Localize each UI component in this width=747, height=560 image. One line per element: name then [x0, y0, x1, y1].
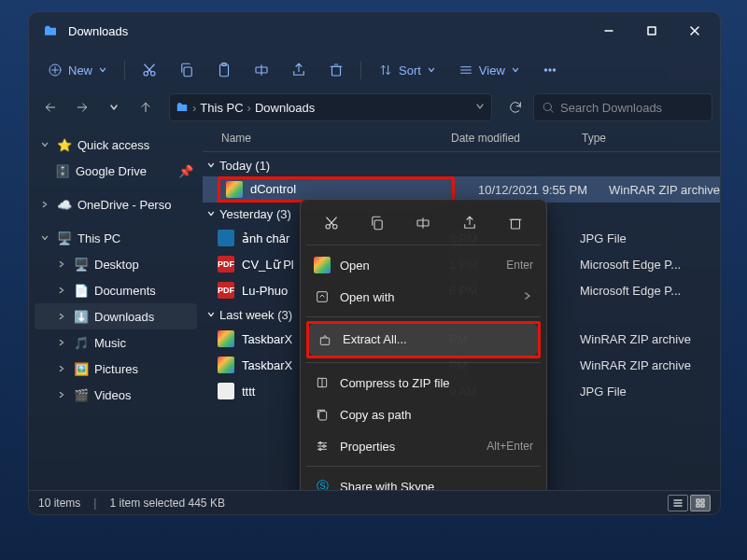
pictures-icon: 🖼️ — [74, 361, 89, 376]
sidebar-item-documents[interactable]: 📄Documents — [35, 277, 197, 303]
svg-line-31 — [550, 109, 553, 112]
zip-icon — [314, 257, 331, 273]
drive-icon: 🗄️ — [55, 163, 70, 178]
cut-button[interactable] — [133, 55, 166, 85]
maximize-button[interactable] — [630, 13, 673, 49]
ctx-copy-path[interactable]: Copy as path — [306, 399, 541, 430]
file-pane: Name Date modified Type Today (1) dContr… — [203, 124, 720, 490]
star-icon: ⭐ — [57, 137, 72, 152]
new-button[interactable]: New — [38, 55, 117, 85]
status-selected: 1 item selected 445 KB — [109, 497, 224, 510]
desktop-icon: 🖥️ — [74, 257, 89, 272]
status-bar: 10 items | 1 item selected 445 KB — [29, 490, 720, 514]
pdf-icon: PDF — [218, 282, 234, 299]
share-button[interactable] — [282, 55, 316, 85]
ctx-delete-button[interactable] — [500, 209, 531, 237]
search-input[interactable]: Search Downloads — [533, 93, 712, 121]
rename-button[interactable] — [245, 55, 278, 85]
crumb-this-pc[interactable]: This PC — [200, 101, 243, 115]
address-bar[interactable]: › This PC › Downloads — [169, 93, 492, 121]
sidebar-this-pc[interactable]: 🖥️This PC — [35, 225, 197, 251]
delete-button[interactable] — [319, 55, 353, 85]
column-headers: Name Date modified Type — [203, 124, 720, 152]
window-title: Downloads — [68, 24, 128, 38]
ctx-open[interactable]: OpenEnter — [306, 249, 541, 281]
col-date[interactable]: Date modified — [451, 132, 582, 145]
svg-rect-58 — [697, 499, 699, 502]
col-name[interactable]: Name — [221, 132, 451, 145]
chevron-down-icon[interactable] — [474, 101, 486, 115]
svg-rect-41 — [317, 292, 328, 302]
close-button[interactable] — [673, 13, 716, 49]
group-today[interactable]: Today (1) — [203, 154, 720, 176]
status-items: 10 items — [38, 497, 80, 510]
ctx-share-button[interactable] — [454, 209, 486, 237]
sidebar-quick-access[interactable]: ⭐Quick access — [35, 132, 197, 158]
svg-rect-1 — [648, 27, 655, 35]
svg-rect-39 — [512, 219, 520, 229]
ctx-share-skype[interactable]: ⓈShare with Skype — [306, 470, 541, 490]
pdf-icon: PDF — [218, 256, 234, 273]
file-list: Today (1) dControl 10/12/2021 9:55 PM Wi… — [203, 152, 720, 490]
sidebar-item-gdrive[interactable]: 🗄️Google Drive📌 — [35, 158, 197, 184]
skype-icon: Ⓢ — [314, 478, 331, 490]
ctx-open-with[interactable]: Open with — [306, 281, 541, 313]
sidebar: ⭐Quick access 🗄️Google Drive📌 ☁️OneDrive… — [29, 124, 203, 490]
ctx-compress[interactable]: Compress to ZIP file — [306, 367, 541, 399]
ctx-rename-button[interactable] — [407, 209, 439, 237]
back-button[interactable] — [36, 93, 64, 121]
sidebar-item-videos[interactable]: 🎬Videos — [35, 382, 197, 408]
pin-icon: 📌 — [178, 164, 193, 178]
context-menu: OpenEnter Open with Extract All... Compr… — [300, 199, 547, 490]
svg-rect-36 — [374, 220, 382, 230]
sidebar-item-music[interactable]: 🎵Music — [35, 329, 197, 356]
ctx-properties[interactable]: PropertiesAlt+Enter — [306, 430, 541, 462]
monitor-icon: 🖥️ — [57, 231, 72, 245]
sort-button[interactable]: Sort — [369, 55, 445, 85]
music-icon: 🎵 — [74, 335, 89, 350]
sidebar-item-downloads[interactable]: ⬇️Downloads — [35, 303, 197, 329]
svg-rect-45 — [319, 412, 327, 420]
refresh-button[interactable] — [501, 93, 529, 121]
svg-rect-11 — [184, 67, 191, 77]
ctx-copy-button[interactable] — [361, 209, 393, 237]
forward-button[interactable] — [68, 93, 96, 121]
view-details-button[interactable] — [668, 495, 688, 511]
recent-button[interactable] — [100, 93, 128, 121]
zip-icon — [218, 357, 234, 373]
up-button[interactable] — [132, 93, 160, 121]
svg-rect-60 — [697, 504, 699, 507]
copy-button[interactable] — [170, 55, 204, 85]
videos-icon: 🎬 — [74, 387, 89, 402]
svg-rect-42 — [320, 338, 329, 344]
folder-icon — [42, 22, 59, 39]
ctx-cut-button[interactable] — [316, 209, 347, 237]
svg-point-25 — [549, 69, 551, 71]
open-with-icon — [314, 289, 331, 304]
downloads-icon: ⬇️ — [74, 309, 89, 324]
sidebar-item-desktop[interactable]: 🖥️Desktop — [35, 251, 197, 277]
svg-point-26 — [553, 69, 555, 71]
minimize-button[interactable] — [587, 13, 630, 49]
copy-path-icon — [314, 407, 331, 422]
toolbar: New Sort View — [29, 49, 720, 91]
compress-icon — [314, 375, 331, 390]
jpg-icon — [218, 230, 234, 246]
zip-icon — [226, 181, 243, 198]
crumb-downloads[interactable]: Downloads — [255, 101, 315, 115]
properties-icon — [314, 439, 331, 454]
more-button[interactable] — [533, 55, 567, 85]
paste-button[interactable] — [207, 55, 241, 85]
view-button[interactable]: View — [449, 55, 529, 85]
cloud-icon: ☁️ — [57, 197, 72, 212]
ctx-extract-all[interactable]: Extract All... — [309, 324, 538, 356]
titlebar: Downloads — [29, 12, 720, 49]
view-icons-button[interactable] — [690, 495, 711, 511]
sidebar-onedrive[interactable]: ☁️OneDrive - Perso — [35, 191, 197, 217]
documents-icon: 📄 — [74, 283, 89, 298]
col-type[interactable]: Type — [582, 132, 720, 145]
navbar: › This PC › Downloads Search Downloads — [29, 91, 720, 124]
search-icon — [542, 101, 555, 114]
sidebar-item-pictures[interactable]: 🖼️Pictures — [35, 356, 197, 382]
chevron-right-icon — [522, 290, 533, 304]
